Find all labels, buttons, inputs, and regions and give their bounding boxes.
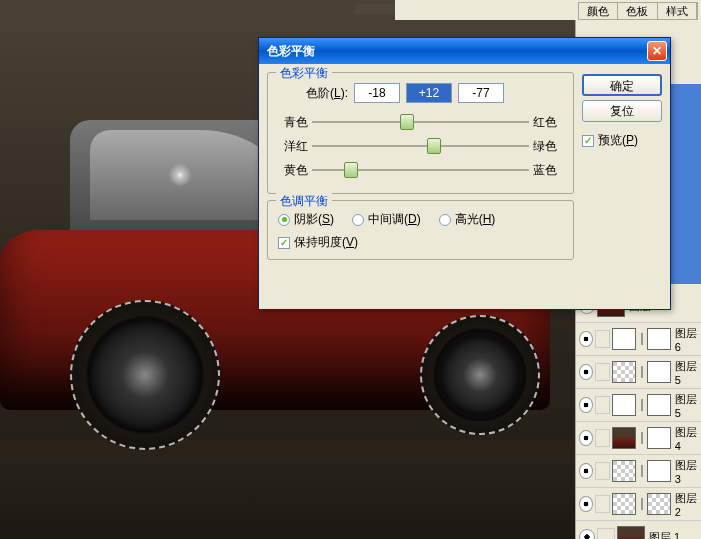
checkbox-preview[interactable]: 预览(P) [582,132,662,149]
tone-balance-group: 色调平衡 阴影(S) 中间调(D) 高光(H) 保持明度(V) [267,200,574,260]
mask-link-icon[interactable] [638,363,645,381]
layer-row[interactable]: 图层 6 [576,323,701,356]
link-cell[interactable] [597,528,615,539]
levels-row: 色阶(L): -18 +12 -77 [278,83,563,103]
visibility-icon[interactable] [579,364,593,380]
layer-row[interactable]: 图层 4 [576,422,701,455]
close-icon: ✕ [652,44,662,58]
ok-button[interactable]: 确定 [582,74,662,96]
layer-thumbnail[interactable] [612,460,636,482]
layer-row[interactable]: 图层 2 [576,488,701,521]
radio-icon [278,214,290,226]
layer-row[interactable]: 图层 1 [576,521,701,539]
close-button[interactable]: ✕ [647,41,667,61]
visibility-icon[interactable] [579,496,593,512]
layer-thumbnail[interactable] [612,394,636,416]
layers-panel[interactable]: 图层 7 图层 6 图层 5 图层 5 [576,290,701,539]
color-balance-group: 色彩平衡 色阶(L): -18 +12 -77 青色 红色 洋红 绿色 [267,72,574,194]
level-cyan-red-input[interactable]: -18 [354,83,400,103]
tab-color[interactable]: 颜色 [579,3,618,19]
slider-left-label: 青色 [278,114,308,131]
slider-right-label: 蓝色 [533,162,563,179]
slider-thumb[interactable] [427,138,441,154]
slider-left-label: 黄色 [278,162,308,179]
visibility-icon[interactable] [579,463,593,479]
level-magenta-green-input[interactable]: +12 [406,83,452,103]
checkbox-preserve-luminosity[interactable]: 保持明度(V) [278,234,563,251]
slider-right-label: 红色 [533,114,563,131]
mask-thumbnail[interactable] [647,427,671,449]
group-title-balance: 色彩平衡 [276,65,332,82]
layer-row[interactable]: 图层 3 [576,455,701,488]
mask-thumbnail[interactable] [647,328,671,350]
checkbox-icon [278,237,290,249]
layer-row[interactable]: 图层 5 [576,389,701,422]
slider-thumb[interactable] [400,114,414,130]
slider-track[interactable] [312,137,529,155]
slider-thumb[interactable] [344,162,358,178]
mask-link-icon[interactable] [638,462,645,480]
mask-thumbnail[interactable] [647,460,671,482]
layer-row[interactable]: 图层 5 [576,356,701,389]
link-cell[interactable] [595,429,610,447]
checkbox-icon [582,135,594,147]
dialog-title: 色彩平衡 [267,43,647,60]
slider-yellow-blue: 黄色 蓝色 [278,161,563,179]
layer-name-label[interactable]: 图层 6 [675,326,701,353]
levels-label: 色阶(L): [306,85,348,102]
level-yellow-blue-input[interactable]: -77 [458,83,504,103]
mask-thumbnail[interactable] [647,394,671,416]
tab-styles[interactable]: 样式 [658,3,697,19]
radio-midtones[interactable]: 中间调(D) [352,211,421,228]
radio-highlights[interactable]: 高光(H) [439,211,496,228]
link-cell[interactable] [595,462,610,480]
selection-marquee-front-wheel[interactable] [420,315,540,435]
mask-link-icon[interactable] [638,429,645,447]
layer-name-label[interactable]: 图层 4 [675,425,701,452]
mask-thumbnail[interactable] [647,493,671,515]
radio-shadows[interactable]: 阴影(S) [278,211,334,228]
slider-left-label: 洋红 [278,138,308,155]
mask-link-icon[interactable] [638,495,645,513]
layer-thumbnail[interactable] [612,427,636,449]
link-cell[interactable] [595,495,610,513]
layer-name-label[interactable]: 图层 5 [675,359,701,386]
link-cell[interactable] [595,330,610,348]
slider-track[interactable] [312,161,529,179]
visibility-icon[interactable] [579,430,593,446]
slider-right-label: 绿色 [533,138,563,155]
slider-cyan-red: 青色 红色 [278,113,563,131]
mask-link-icon[interactable] [638,330,645,348]
visibility-icon[interactable] [579,331,593,347]
mask-link-icon[interactable] [638,396,645,414]
mask-thumbnail[interactable] [647,361,671,383]
radio-icon [439,214,451,226]
windshield-crack [150,150,210,200]
layer-thumbnail[interactable] [617,526,645,539]
group-title-tone: 色调平衡 [276,193,332,210]
layer-name-label[interactable]: 图层 5 [675,392,701,419]
radio-icon [352,214,364,226]
selection-marquee-rear-wheel[interactable] [70,300,220,450]
layer-name-label[interactable]: 图层 2 [675,491,701,518]
layer-name-label[interactable]: 图层 1 [649,530,680,540]
visibility-icon[interactable] [579,529,595,539]
slider-magenta-green: 洋红 绿色 [278,137,563,155]
link-cell[interactable] [595,396,610,414]
layer-name-label[interactable]: 图层 3 [675,458,701,485]
visibility-icon[interactable] [579,397,593,413]
slider-track[interactable] [312,113,529,131]
layer-thumbnail[interactable] [612,361,636,383]
tab-swatches[interactable]: 色板 [618,3,657,19]
cancel-button[interactable]: 复位 [582,100,662,122]
dialog-titlebar[interactable]: 色彩平衡 ✕ [259,38,670,64]
layer-thumbnail[interactable] [612,493,636,515]
color-balance-dialog: 色彩平衡 ✕ 色彩平衡 色阶(L): -18 +12 -77 青色 红色 [258,37,671,310]
link-cell[interactable] [595,363,610,381]
panel-tabs[interactable]: 颜色 色板 样式 [578,2,698,20]
layer-thumbnail[interactable] [612,328,636,350]
